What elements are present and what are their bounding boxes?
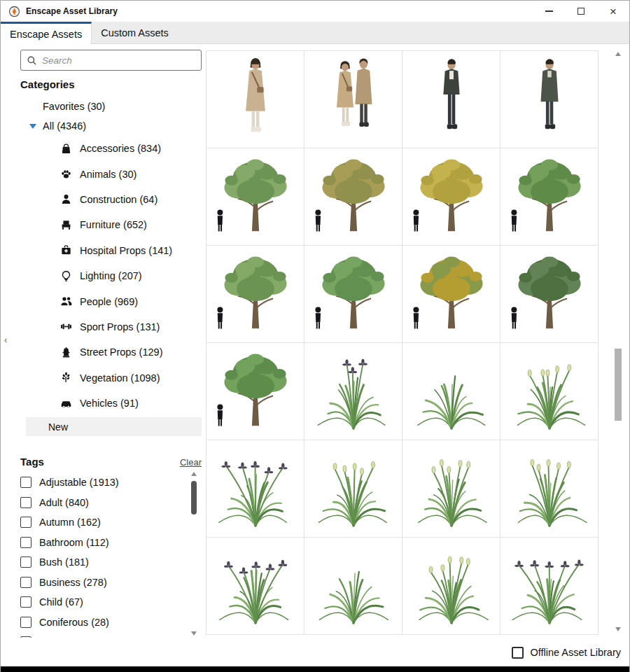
grid-scrollbar[interactable]	[612, 50, 624, 634]
minimize-button[interactable]	[533, 1, 565, 22]
search-input[interactable]	[42, 55, 195, 66]
asset-thumbnail-flower-clump-1[interactable]	[206, 440, 304, 538]
titlebar: Enscape Asset Library ×	[1, 1, 629, 22]
tag-checkbox[interactable]	[20, 497, 31, 508]
scroll-up-icon[interactable]	[615, 52, 621, 56]
tag-checkbox[interactable]	[20, 596, 31, 608]
asset-thumbnail-tree-green-2[interactable]	[500, 148, 598, 246]
asset-thumbnail-woman-long-coat[interactable]	[206, 51, 304, 148]
tag-checkbox[interactable]	[20, 556, 31, 568]
tag-checkbox[interactable]	[20, 517, 31, 528]
asset-thumbnail-man-standing[interactable]	[402, 51, 500, 148]
asset-thumbnail-grass-buds-1[interactable]	[500, 343, 598, 440]
tag-row-coniferous[interactable]: Coniferous (28)	[20, 612, 185, 633]
bulb-icon	[60, 270, 72, 282]
category-item-people[interactable]: People (969)	[1, 288, 204, 314]
asset-thumbnail-man-overcoat[interactable]	[500, 51, 598, 148]
hydrant-icon	[60, 346, 72, 358]
tags-scrollbar[interactable]	[189, 470, 199, 638]
category-item-street-props[interactable]: Street Props (129)	[1, 340, 204, 365]
asset-grid-area	[204, 44, 629, 638]
asset-thumbnail-grass-buds-5[interactable]	[402, 538, 500, 635]
new-assets-row[interactable]: New	[26, 417, 202, 436]
window-title: Enscape Asset Library	[26, 6, 118, 16]
category-item-vehicles[interactable]: Vehicles (91)	[1, 391, 204, 416]
asset-thumbnail-tree-dark-green[interactable]	[500, 246, 598, 343]
tag-row-business[interactable]: Business (278)	[20, 573, 185, 593]
category-item-construction[interactable]: Construction (64)	[1, 187, 204, 212]
category-item-accessories[interactable]: Accessories (834)	[1, 136, 204, 161]
asset-thumbnail-tree-yellow[interactable]	[402, 148, 500, 246]
asset-thumbnail-flower-clump-3[interactable]	[500, 538, 598, 635]
tab-enscape-assets[interactable]: Enscape Assets	[1, 22, 92, 45]
category-item-lighting[interactable]: Lighting (207)	[1, 263, 204, 288]
category-item-vegetation[interactable]: Vegetation (1098)	[1, 365, 204, 391]
medical-box-icon	[60, 244, 72, 256]
category-label: Vehicles (91)	[80, 398, 139, 409]
minimize-icon	[545, 10, 553, 11]
offline-library-checkbox[interactable]	[512, 647, 524, 659]
expand-triangle-icon[interactable]	[29, 124, 36, 129]
tag-row-adjustable[interactable]: Adjustable (1913)	[20, 472, 185, 493]
scroll-up-icon[interactable]	[191, 472, 197, 476]
close-icon: ×	[610, 6, 617, 18]
asset-thumbnail-tree-green-5[interactable]	[206, 343, 304, 440]
tag-row-construction[interactable]: Construction (44)	[20, 632, 185, 638]
scroll-down-icon[interactable]	[191, 631, 197, 636]
asset-thumbnail-grass-buds-3[interactable]	[402, 440, 500, 538]
asset-thumbnail-tree-green-1[interactable]	[206, 148, 304, 246]
tag-checkbox[interactable]	[20, 617, 31, 628]
maximize-button[interactable]	[565, 1, 597, 22]
category-label: Sport Props (131)	[80, 321, 160, 332]
tag-checkbox[interactable]	[20, 577, 31, 588]
tag-row-bush[interactable]: Bush (181)	[20, 552, 185, 573]
sidebar-collapse-handle[interactable]: ‹	[4, 335, 7, 344]
asset-thumbnail-couple-walking[interactable]	[304, 51, 402, 148]
asset-thumbnail-grass-clump-1[interactable]	[402, 343, 500, 440]
asset-thumbnail-tree-autumn[interactable]	[402, 246, 500, 343]
category-item-hospital-props[interactable]: Hospital Props (141)	[1, 238, 204, 263]
chair-icon	[60, 219, 72, 231]
asset-thumbnail-iris-flowers[interactable]	[304, 343, 402, 440]
search-box[interactable]	[20, 50, 202, 71]
tag-row-child[interactable]: Child (67)	[20, 592, 185, 612]
clear-tags-link[interactable]: Clear	[180, 457, 202, 468]
category-favorites[interactable]: Favorites (30)	[43, 97, 105, 116]
category-item-sport-props[interactable]: Sport Props (131)	[1, 314, 204, 340]
tab-custom-assets[interactable]: Custom Assets	[92, 22, 178, 44]
asset-thumbnail-tree-olive[interactable]	[304, 148, 402, 246]
enscape-logo-icon	[8, 6, 20, 18]
sidebar: Categories Favorites (30) All (4346) Acc…	[1, 44, 204, 638]
tab-bar: Enscape Assets Custom Assets	[1, 22, 629, 44]
category-item-animals[interactable]: Animals (30)	[1, 161, 204, 186]
close-button[interactable]: ×	[597, 1, 629, 22]
tag-checkbox[interactable]	[20, 477, 31, 488]
category-item-furniture[interactable]: Furniture (652)	[1, 212, 204, 237]
category-list: Accessories (834)Animals (30)Constructio…	[1, 136, 204, 416]
tag-row-adult[interactable]: Adult (840)	[20, 493, 185, 513]
asset-thumbnail-grass-buds-4[interactable]	[500, 440, 598, 538]
asset-thumbnail-tree-green-4[interactable]	[304, 246, 402, 343]
asset-grid	[206, 50, 598, 635]
tag-row-autumn[interactable]: Autumn (162)	[20, 512, 185, 533]
content-area: Categories Favorites (30) All (4346) Acc…	[1, 44, 629, 638]
tag-row-bathroom[interactable]: Bathroom (112)	[20, 533, 185, 553]
tag-label: Adjustable (1913)	[39, 477, 119, 488]
category-label: Hospital Props (141)	[80, 245, 172, 256]
tags-list: Adjustable (1913)Adult (840)Autumn (162)…	[20, 472, 185, 638]
tags-scrollbar-thumb[interactable]	[191, 481, 197, 514]
tag-label: Autumn (162)	[39, 517, 101, 528]
asset-thumbnail-grass-buds-2[interactable]	[304, 440, 402, 538]
search-icon	[27, 55, 37, 66]
tag-label: Child (67)	[39, 596, 83, 608]
tag-checkbox[interactable]	[20, 537, 31, 548]
scroll-down-icon[interactable]	[615, 627, 621, 631]
asset-thumbnail-flower-clump-2[interactable]	[206, 538, 304, 635]
category-label: Furniture (652)	[80, 219, 147, 230]
bag-icon	[60, 143, 72, 155]
category-all[interactable]: All (4346)	[29, 116, 86, 136]
grid-scrollbar-thumb[interactable]	[615, 349, 622, 421]
footer: Offline Asset Library	[1, 638, 629, 667]
asset-thumbnail-tree-green-3[interactable]	[206, 246, 304, 343]
asset-thumbnail-grass-clump-2[interactable]	[304, 538, 402, 635]
